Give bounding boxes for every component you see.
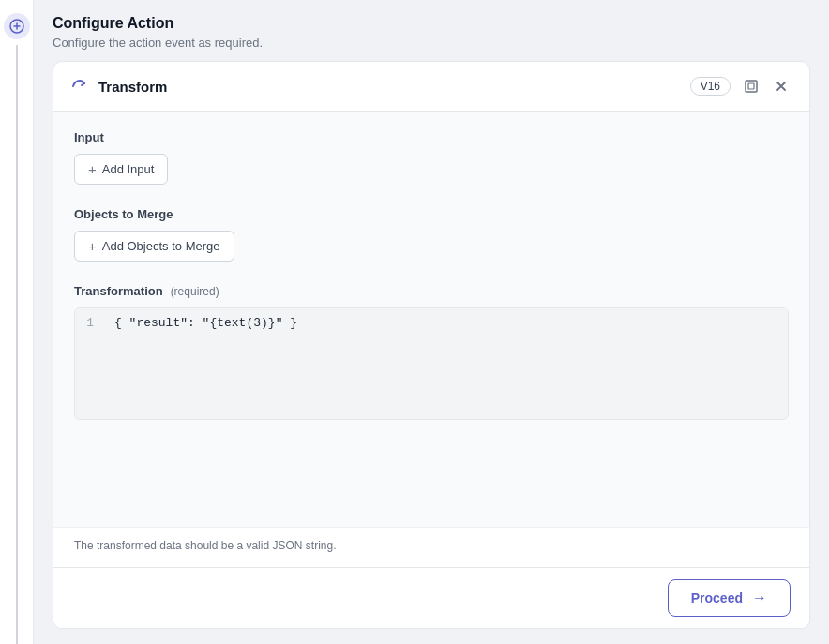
objects-to-merge-label: Objects to Merge xyxy=(74,207,789,221)
main-content: Configure Action Configure the action ev… xyxy=(34,0,829,644)
sidebar xyxy=(0,0,34,644)
code-editor[interactable]: 1 { "result": "{text(3)}" } xyxy=(74,307,789,420)
code-line-1: 1 { "result": "{text(3)}" } xyxy=(75,308,788,337)
sidebar-node-icon xyxy=(4,13,30,39)
add-objects-plus-icon: + xyxy=(88,238,97,254)
proceed-button[interactable]: Proceed → xyxy=(668,579,791,617)
svg-rect-1 xyxy=(746,81,757,92)
proceed-arrow-icon: → xyxy=(752,590,767,607)
card-header: Transform V16 xyxy=(53,62,809,112)
add-objects-label: Add Objects to Merge xyxy=(102,239,220,253)
add-input-label: Add Input xyxy=(102,162,155,176)
add-input-button[interactable]: + Add Input xyxy=(74,154,168,185)
expand-button[interactable] xyxy=(740,75,762,97)
objects-to-merge-section: Objects to Merge + Add Objects to Merge xyxy=(74,207,789,262)
page-header: Configure Action Configure the action ev… xyxy=(53,15,810,50)
card-body: Input + Add Input Objects to Merge + Add… xyxy=(53,112,809,527)
code-content-1[interactable]: { "result": "{text(3)}" } xyxy=(105,308,788,337)
input-section-label: Input xyxy=(74,130,789,144)
transformation-label-row: Transformation (required) xyxy=(74,284,789,298)
page-title: Configure Action xyxy=(53,15,810,32)
transform-icon xyxy=(70,77,89,96)
required-tag: (required) xyxy=(171,285,219,298)
proceed-label: Proceed xyxy=(691,591,743,606)
page-subtitle: Configure the action event as required. xyxy=(53,36,810,50)
close-button[interactable] xyxy=(770,75,792,97)
add-objects-to-merge-button[interactable]: + Add Objects to Merge xyxy=(74,231,234,262)
header-actions xyxy=(740,75,792,97)
footer-note: The transformed data should be a valid J… xyxy=(53,527,809,567)
add-input-plus-icon: + xyxy=(88,161,97,177)
svg-rect-2 xyxy=(748,83,754,89)
card-footer: Proceed → xyxy=(53,567,809,628)
configure-action-card: Transform V16 Input xyxy=(53,61,810,629)
version-badge: V16 xyxy=(690,77,731,96)
transformation-label: Transformation xyxy=(74,284,163,298)
line-number-1: 1 xyxy=(75,308,105,337)
card-title: Transform xyxy=(98,79,681,95)
transformation-section: Transformation (required) 1 { "result": … xyxy=(74,284,789,420)
input-section: Input + Add Input xyxy=(74,130,789,185)
sidebar-connector-line xyxy=(16,45,18,644)
